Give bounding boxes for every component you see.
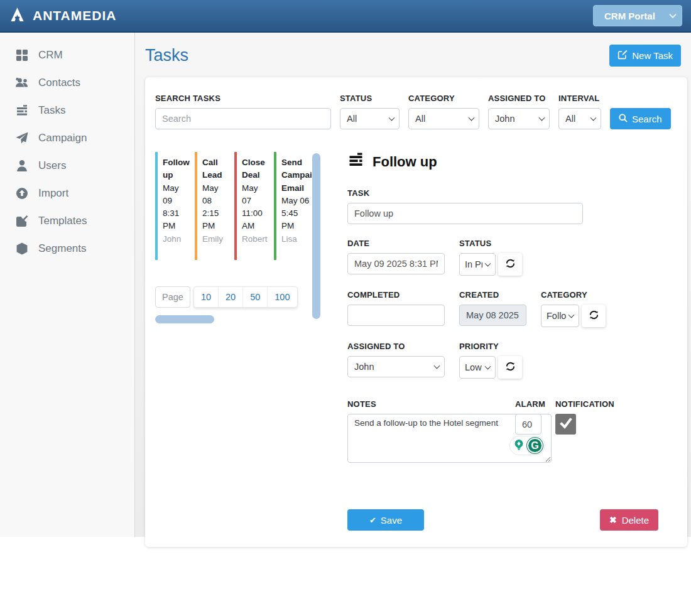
tasks-icon bbox=[15, 104, 29, 117]
sidebar-item-label: Templates bbox=[38, 215, 87, 227]
horizontal-scrollbar[interactable] bbox=[155, 315, 214, 323]
save-button-label: Save bbox=[381, 515, 402, 526]
new-task-button[interactable]: New Task bbox=[609, 45, 681, 67]
notes-field-label: NOTES bbox=[347, 399, 677, 409]
delete-button-label: Delete bbox=[622, 515, 649, 526]
brand-name: ANTAMEDIA bbox=[33, 8, 116, 23]
category-filter-label: CATEGORY bbox=[408, 94, 479, 103]
user-icon bbox=[15, 159, 29, 172]
category-refresh-button[interactable] bbox=[582, 305, 606, 327]
priority-select-wrap: Low bbox=[459, 356, 496, 379]
status-field-label: STATUS bbox=[459, 239, 522, 248]
pagination: Page 10 20 50 100 bbox=[155, 286, 320, 308]
refresh-icon bbox=[505, 258, 516, 271]
status-refresh-button[interactable] bbox=[498, 253, 522, 276]
grammarly-lightbulb-icon bbox=[512, 438, 526, 454]
sidebar-item-segments[interactable]: Segments bbox=[0, 235, 134, 262]
search-button[interactable]: Search bbox=[610, 108, 671, 129]
category-filter-wrap: All bbox=[408, 108, 479, 129]
vertical-scrollbar[interactable] bbox=[312, 153, 320, 319]
date-input[interactable] bbox=[347, 253, 445, 274]
filter-bar: SEARCH TASKS STATUS All CATEGORY All bbox=[155, 94, 677, 129]
task-card-title: Close Deal bbox=[242, 156, 269, 182]
antamedia-logo-icon bbox=[9, 6, 26, 25]
assigned-filter-select[interactable]: John bbox=[488, 108, 550, 129]
task-card[interactable]: Send Campaign Email May 06 5:45 PM Lisa bbox=[274, 152, 312, 260]
upload-circle-icon bbox=[15, 187, 29, 200]
completed-input[interactable] bbox=[347, 305, 445, 326]
main-area: Tasks New Task SEARCH TASKS STATUS bbox=[135, 33, 691, 537]
page-button[interactable]: Page bbox=[155, 286, 190, 308]
task-card-assignee: John bbox=[163, 233, 190, 246]
sidebar-item-tasks[interactable]: Tasks bbox=[0, 97, 134, 124]
task-card-title: Send Campaign Email bbox=[281, 156, 310, 195]
assigned-select-wrap: John bbox=[347, 356, 445, 377]
sidebar: CRM Contacts Tasks Campaign Users Import bbox=[0, 33, 135, 537]
sidebar-item-label: Import bbox=[38, 187, 68, 200]
category-field-label: CATEGORY bbox=[541, 290, 606, 300]
sidebar-item-import[interactable]: Import bbox=[0, 180, 134, 207]
sidebar-item-label: Segments bbox=[38, 242, 87, 255]
priority-select[interactable]: Low bbox=[459, 356, 496, 379]
status-filter-wrap: All bbox=[340, 108, 400, 129]
check-icon: ✔ bbox=[369, 516, 376, 525]
task-name-input[interactable] bbox=[347, 203, 583, 224]
assigned-field-label: ASSIGNED TO bbox=[347, 342, 445, 351]
alarm-field-label: ALARM bbox=[515, 399, 545, 409]
sidebar-item-crm[interactable]: CRM bbox=[0, 41, 134, 69]
grammarly-widget[interactable]: G bbox=[509, 436, 545, 455]
app-window: ANTAMEDIA CRM Portal CRM Contacts Tasks … bbox=[0, 0, 691, 616]
task-card-assignee: Lisa bbox=[281, 233, 310, 246]
category-filter-select[interactable]: All bbox=[408, 108, 479, 129]
created-field-label: CREATED bbox=[459, 290, 526, 300]
status-select-wrap: In Pro bbox=[459, 253, 496, 276]
page-size-10[interactable]: 10 bbox=[194, 287, 218, 307]
x-icon: ✖ bbox=[609, 515, 617, 525]
assigned-select[interactable]: John bbox=[347, 356, 445, 377]
task-card[interactable]: Close Deal May 07 11:00 AM Robert bbox=[234, 152, 270, 260]
interval-filter-label: INTERVAL bbox=[558, 94, 601, 103]
task-card-date: May 08 2:15 PM bbox=[202, 182, 229, 233]
notification-checkbox[interactable] bbox=[555, 414, 576, 435]
search-tasks-label: SEARCH TASKS bbox=[155, 94, 331, 103]
task-card[interactable]: Follow up May 09 8:31 PM John bbox=[155, 152, 191, 260]
top-navbar: ANTAMEDIA CRM Portal bbox=[0, 0, 691, 33]
detail-title: Follow up bbox=[373, 154, 437, 170]
task-card-date: May 09 8:31 PM bbox=[163, 182, 190, 233]
sidebar-item-users[interactable]: Users bbox=[0, 152, 134, 180]
users-group-icon bbox=[15, 77, 29, 89]
alarm-input[interactable] bbox=[515, 414, 541, 435]
delete-button[interactable]: ✖ Delete bbox=[600, 509, 658, 531]
portal-select[interactable]: CRM Portal bbox=[593, 5, 682, 26]
completed-field-label: COMPLETED bbox=[347, 290, 445, 300]
assigned-filter-wrap: John bbox=[488, 108, 550, 129]
sidebar-item-contacts[interactable]: Contacts bbox=[0, 69, 134, 97]
interval-filter-select[interactable]: All bbox=[558, 108, 601, 129]
page-size-50[interactable]: 50 bbox=[242, 287, 267, 307]
task-card[interactable]: Call Lead May 08 2:15 PM Emily bbox=[195, 152, 231, 260]
search-input[interactable] bbox=[155, 108, 331, 129]
check-icon bbox=[558, 416, 574, 433]
priority-refresh-button[interactable] bbox=[498, 356, 522, 379]
interval-filter-wrap: All bbox=[558, 108, 601, 129]
task-card-title: Call Lead bbox=[202, 156, 229, 182]
page-size-100[interactable]: 100 bbox=[267, 287, 297, 307]
sidebar-item-templates[interactable]: Templates bbox=[0, 207, 134, 235]
sidebar-item-label: Tasks bbox=[38, 104, 65, 117]
sidebar-item-campaign[interactable]: Campaign bbox=[0, 124, 134, 152]
search-button-label: Search bbox=[632, 114, 662, 124]
status-select[interactable]: In Pro bbox=[459, 253, 496, 276]
paper-plane-icon bbox=[15, 132, 29, 144]
category-select[interactable]: Follov bbox=[541, 305, 579, 327]
page-title: Tasks bbox=[145, 46, 188, 65]
refresh-icon bbox=[589, 310, 599, 322]
task-field-label: TASK bbox=[347, 188, 583, 198]
category-select-wrap: Follov bbox=[541, 305, 579, 327]
portal-select-wrap: CRM Portal bbox=[593, 5, 682, 26]
save-button[interactable]: ✔ Save bbox=[347, 509, 424, 531]
sidebar-item-label: Campaign bbox=[38, 132, 87, 144]
page-size-20[interactable]: 20 bbox=[218, 287, 242, 307]
sidebar-item-label: Contacts bbox=[38, 77, 80, 89]
edit-square-icon bbox=[15, 215, 29, 227]
status-filter-select[interactable]: All bbox=[340, 108, 400, 129]
